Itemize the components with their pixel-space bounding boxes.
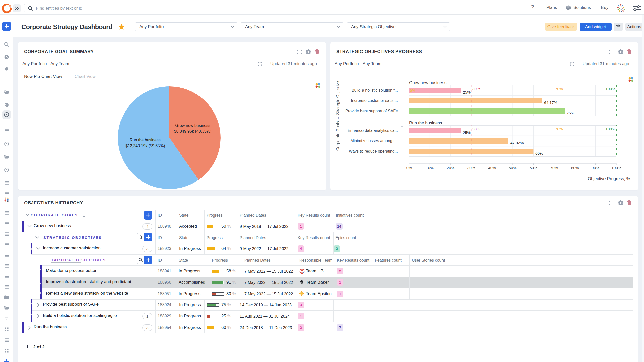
svg-text:100%: 100% <box>605 127 615 131</box>
svg-text:70%: 70% <box>555 87 563 91</box>
svg-text:47.92%: 47.92% <box>510 141 524 145</box>
svg-text:30%: 30% <box>472 127 480 131</box>
svg-text:90%: 90% <box>592 166 599 170</box>
svg-text:10%: 10% <box>426 166 434 170</box>
svg-text:100%: 100% <box>611 166 621 170</box>
svg-text:64.17%: 64.17% <box>544 100 557 105</box>
svg-text:80%: 80% <box>571 166 579 170</box>
svg-text:Minimize losses among t...: Minimize losses among t... <box>350 139 398 143</box>
svg-text:75%: 75% <box>567 111 574 115</box>
svg-text:30%: 30% <box>467 166 475 170</box>
svg-text:50%: 50% <box>509 166 516 170</box>
svg-text:25%: 25% <box>463 90 471 94</box>
svg-text:70%: 70% <box>550 166 558 170</box>
svg-text:20%: 20% <box>447 166 454 170</box>
svg-text:Build a holistic solution f...: Build a holistic solution f... <box>352 88 398 92</box>
svg-text:30%: 30% <box>472 87 480 91</box>
svg-text:Provide best support of SAFe: Provide best support of SAFe <box>345 109 398 113</box>
svg-text:60%: 60% <box>530 166 537 170</box>
svg-text:0%: 0% <box>406 166 412 170</box>
svg-text:100%: 100% <box>605 87 615 91</box>
svg-text:Increase customer satisf...: Increase customer satisf... <box>351 98 398 103</box>
svg-text:40%: 40% <box>488 166 496 170</box>
svg-text:Grow new business: Grow new business <box>409 80 446 85</box>
svg-text:Run the business: Run the business <box>409 121 442 125</box>
svg-text:70%: 70% <box>555 127 563 131</box>
svg-text:Ways to reduce operating...: Ways to reduce operating... <box>349 149 398 153</box>
svg-text:Enhance data analytics ca...: Enhance data analytics ca... <box>348 128 398 133</box>
svg-text:25%: 25% <box>463 130 471 135</box>
svg-text:60%: 60% <box>535 151 543 155</box>
svg-text:Corporate Goals → Strategic Ob: Corporate Goals → Strategic Objective <box>336 81 340 151</box>
svg-text:Objective Progress, %: Objective Progress, % <box>588 176 630 181</box>
svg-text:0%: 0% <box>410 88 415 93</box>
